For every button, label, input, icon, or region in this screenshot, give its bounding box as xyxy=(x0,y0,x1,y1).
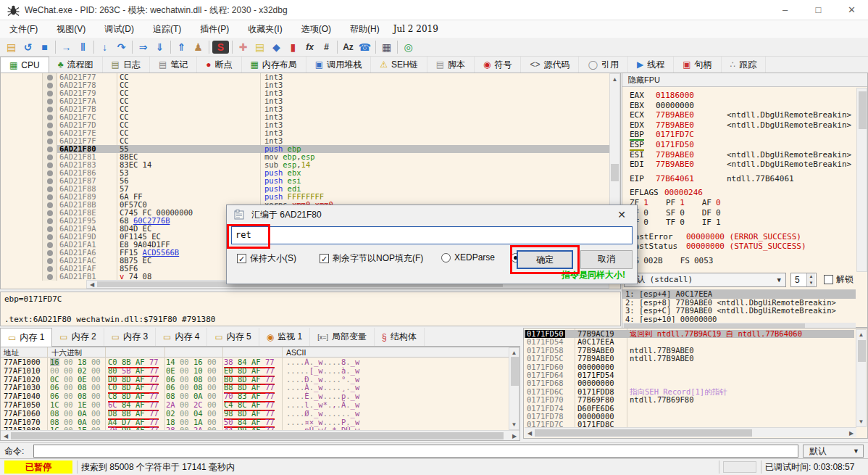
scroll-up-icon[interactable]: ▲ xyxy=(856,331,866,338)
tab-内存-4[interactable]: ▭内存 4 xyxy=(156,328,207,346)
command-history-select[interactable]: 默认▼ xyxy=(803,445,864,458)
step-out-icon[interactable]: ⇑ xyxy=(173,39,190,55)
stepper-arrows-icon[interactable]: ▲▼ xyxy=(806,273,815,286)
tab-memory-map[interactable]: ▦内存布局 xyxy=(242,57,306,73)
register-row[interactable]: EAX01186000 xyxy=(622,91,856,101)
breakpoint-dot[interactable] xyxy=(47,218,53,224)
stack-row[interactable]: 0171FD7C0171FD8C xyxy=(524,421,854,427)
scroll-thumb[interactable] xyxy=(611,164,619,181)
scroll-thumb[interactable] xyxy=(535,429,752,437)
scroll-down-icon[interactable]: ▼ xyxy=(856,418,866,425)
functions-icon[interactable]: fx xyxy=(301,39,318,55)
breakpoint-dot[interactable] xyxy=(47,250,53,256)
register-row[interactable]: EDX77B9ABE0<ntdll.DbgUiRemoteBreakin> xyxy=(622,120,856,131)
register-row[interactable]: CF0TF0IF1 xyxy=(622,218,856,228)
calculator-hash-icon[interactable]: # xyxy=(318,39,335,55)
breakpoint-dot[interactable] xyxy=(47,139,53,144)
disasm-row[interactable]: 6AD21F78CCint3 xyxy=(57,81,609,89)
breakpoint-column[interactable] xyxy=(42,73,57,281)
memory-horizontal-scrollbar[interactable]: ◀ ▶ xyxy=(1,430,519,440)
tab-script[interactable]: ▤脚本 xyxy=(427,57,475,73)
stack-row[interactable]: 0171FD5077B9AC19返回到 ntdll.77B9AC19 自 ntd… xyxy=(524,330,854,338)
memory-rows[interactable]: 77AF100016 00 18 00C0 8B AF 7714 00 16 0… xyxy=(1,358,508,430)
disasm-row[interactable]: 6AD21F77CCint3 xyxy=(57,73,609,81)
unlock-checkbox[interactable]: 解锁 xyxy=(824,273,854,286)
text-az-icon[interactable]: Az xyxy=(340,39,356,55)
registers-vertical-scrollbar[interactable] xyxy=(856,88,867,272)
register-row[interactable]: ESI77B9ABE0<ntdll.DbgUiRemoteBreakin> xyxy=(622,150,856,160)
tab-内存-2[interactable]: ▭内存 2 xyxy=(52,328,104,346)
register-rows[interactable]: EAX01186000EBX00000000ECX77B9ABE0<ntdll.… xyxy=(622,91,856,266)
breakpoint-dot[interactable] xyxy=(47,83,53,88)
breakpoint-dot[interactable] xyxy=(47,162,53,168)
checkbox-checked-icon[interactable]: ✓ xyxy=(320,254,329,263)
keep-size-checkbox[interactable]: ✓ 保持大小(S) xyxy=(237,252,296,265)
stack-row[interactable]: 0171FD5C77B9ABE0ntdll.77B9ABE0 xyxy=(524,355,854,363)
disasm-row[interactable]: 6AD21F8055push ebp xyxy=(57,145,609,153)
breakpoint-dot[interactable] xyxy=(47,266,53,272)
scroll-left-icon[interactable]: ◀ xyxy=(88,281,96,288)
breakpoint-dot[interactable] xyxy=(47,226,53,232)
tab-trace[interactable]: ∴跟踪 xyxy=(722,57,767,73)
run-to-user-code-icon[interactable]: ⇒ xyxy=(135,39,151,55)
stack-panel[interactable]: 0171FD5077B9AC19返回到 ntdll.77B9AC19 自 ntd… xyxy=(523,328,868,439)
hide-fpu-button[interactable]: 隐藏FPU xyxy=(622,73,867,87)
memory-vertical-scrollbar[interactable]: ▲ ▼ xyxy=(509,347,519,430)
stack-row[interactable]: 0171FD7800000000 xyxy=(524,413,854,421)
scroll-thumb[interactable] xyxy=(11,432,504,439)
stop-icon[interactable]: ■ xyxy=(36,39,53,55)
tab-graph[interactable]: ♣流程图 xyxy=(49,57,103,73)
scroll-thumb[interactable] xyxy=(859,91,867,129)
disasm-row[interactable]: 6AD21F8756push esi xyxy=(57,177,609,185)
register-row[interactable]: LastError00000000 (ERROR_SUCCESS) xyxy=(622,232,856,242)
tab-threads[interactable]: ▶线程 xyxy=(628,57,674,73)
step-over-icon[interactable]: ↷ xyxy=(113,39,130,55)
breakpoint-dot[interactable] xyxy=(47,75,53,80)
step-into-icon[interactable]: ↓ xyxy=(96,39,113,55)
tab-breakpoints[interactable]: ●断点 xyxy=(197,57,241,73)
stack-row[interactable]: 0171FD6000000000 xyxy=(524,363,854,371)
disasm-row[interactable]: 6AD21F8653push ebx xyxy=(57,169,609,177)
registers-panel[interactable]: 隐藏FPU EAX01186000EBX00000000ECX77B9ABE0<… xyxy=(622,73,868,328)
scroll-left-icon[interactable]: ◀ xyxy=(2,433,9,439)
breakpoint-dot[interactable] xyxy=(47,170,53,176)
dialog-titlebar[interactable]: 汇编于 6AD21F80 ✕ xyxy=(227,205,637,224)
menu-item[interactable]: 文件(F) xyxy=(0,20,47,38)
breakpoint-dot[interactable] xyxy=(47,210,53,216)
stack-vertical-scrollbar[interactable]: ▲ ▼ xyxy=(856,329,867,427)
calling-convention-select[interactable]: 默认 (stdcall)▼ xyxy=(624,273,786,287)
menu-item[interactable]: 帮助(H) xyxy=(341,20,389,38)
register-row[interactable]: EBP0171FD7C xyxy=(622,130,856,140)
register-row[interactable]: EDI77B9ABE0<ntdll.DbgUiRemoteBreakin> xyxy=(622,160,856,170)
disasm-row[interactable]: 6AD21F7ECCint3 xyxy=(57,129,609,137)
breakpoint-dot[interactable] xyxy=(47,154,53,160)
breakpoint-dot[interactable] xyxy=(47,131,53,136)
register-row[interactable]: EBX00000000 xyxy=(622,101,856,111)
xedparse-radio[interactable]: XEDParse xyxy=(441,252,495,263)
argument-row[interactable]: 3: [esp+C] 77B9ABE0 <ntdll.DbgUiRemoteBr… xyxy=(622,307,856,315)
breakpoint-dot[interactable] xyxy=(47,234,53,240)
radio-unselected-icon[interactable] xyxy=(441,253,451,263)
fill-nop-checkbox[interactable]: ✓ 剩余字节以NOP填充(F) xyxy=(320,252,423,265)
tab-symbols[interactable]: ◉符号 xyxy=(475,57,521,73)
menu-item[interactable]: 选项(O) xyxy=(292,20,341,38)
argument-row[interactable]: 1: [esp+4] A0C17EEA xyxy=(622,290,856,299)
arguments-list[interactable]: 1: [esp+4] A0C17EEA2: [esp+8] 77B9ABE0 <… xyxy=(622,289,856,323)
tab-内存-5[interactable]: ▭内存 5 xyxy=(207,328,259,346)
assembly-instruction-input[interactable]: ret xyxy=(231,226,633,244)
register-row[interactable]: ZF1PF1AF0 xyxy=(622,198,856,208)
menu-item[interactable]: 插件(P) xyxy=(191,20,238,38)
close-button[interactable]: ✕ xyxy=(835,0,868,20)
checkbox-checked-icon[interactable]: ✓ xyxy=(237,254,246,263)
disasm-row[interactable]: 6AD21F8383EC 14sub esp,14 xyxy=(57,161,609,169)
minimize-button[interactable]: – xyxy=(769,0,801,20)
tab-handles[interactable]: ▣句柄 xyxy=(674,57,721,73)
scroll-thumb[interactable] xyxy=(858,340,866,362)
comments-icon[interactable]: ▤ xyxy=(251,39,268,55)
scroll-up-icon[interactable]: ▲ xyxy=(610,76,619,83)
breakpoint-dot[interactable] xyxy=(47,115,53,120)
tab-局部变量[interactable]: [x=]局部变量 xyxy=(310,328,375,346)
breakpoint-dot[interactable] xyxy=(47,194,53,200)
stack-rows[interactable]: 0171FD5077B9AC19返回到 ntdll.77B9AC19 自 ntd… xyxy=(524,330,854,427)
argument-count-stepper[interactable]: 5▲▼ xyxy=(790,273,817,287)
